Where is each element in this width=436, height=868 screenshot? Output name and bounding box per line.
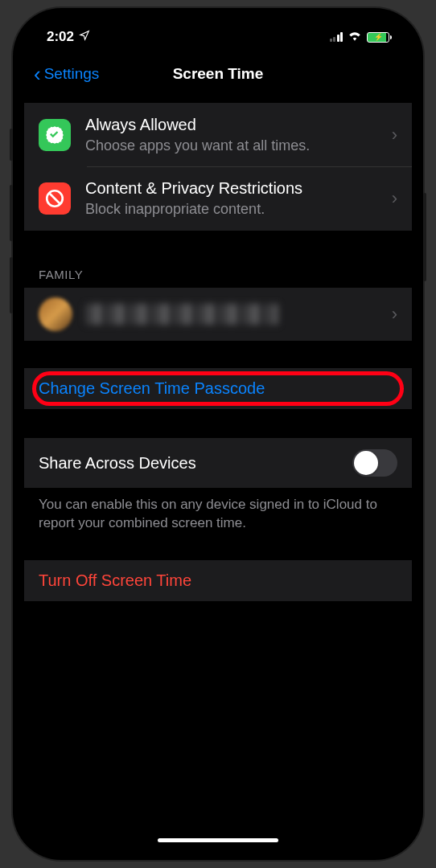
back-button[interactable]: ‹ Settings bbox=[34, 63, 99, 84]
change-passcode-button[interactable]: Change Screen Time Passcode bbox=[24, 368, 412, 409]
row-title: Content & Privacy Restrictions bbox=[85, 178, 384, 199]
chevron-left-icon: ‹ bbox=[34, 63, 41, 84]
phone-frame: 2:02 ⚡ ‹ Settings bbox=[13, 8, 423, 860]
share-toggle[interactable] bbox=[352, 449, 397, 477]
power-button bbox=[423, 193, 426, 281]
volume-up bbox=[10, 185, 13, 241]
nav-bar: ‹ Settings Screen Time bbox=[24, 55, 412, 93]
status-time: 2:02 bbox=[47, 29, 74, 45]
family-member-row[interactable]: › bbox=[24, 288, 412, 341]
turn-off-label: Turn Off Screen Time bbox=[39, 571, 191, 590]
row-always-allowed[interactable]: Always Allowed Choose apps you want at a… bbox=[24, 103, 412, 166]
back-label: Settings bbox=[44, 65, 100, 83]
turn-off-button[interactable]: Turn Off Screen Time bbox=[24, 560, 412, 601]
mute-switch bbox=[10, 129, 13, 161]
share-title: Share Across Devices bbox=[39, 452, 352, 473]
change-passcode-label: Change Screen Time Passcode bbox=[39, 379, 265, 398]
no-entry-icon bbox=[39, 182, 71, 215]
family-member-name-redacted bbox=[85, 304, 278, 325]
row-content-privacy[interactable]: Content & Privacy Restrictions Block ina… bbox=[24, 166, 412, 230]
screen: 2:02 ⚡ ‹ Settings bbox=[24, 19, 412, 849]
page-title: Screen Time bbox=[173, 65, 264, 83]
avatar bbox=[39, 297, 72, 331]
switch-knob bbox=[354, 451, 378, 475]
location-icon bbox=[79, 29, 90, 45]
svg-line-1 bbox=[50, 194, 60, 204]
notch bbox=[134, 19, 302, 42]
family-section-header: FAMILY bbox=[24, 260, 412, 288]
cell-signal-icon bbox=[330, 32, 343, 42]
volume-down bbox=[10, 257, 13, 313]
chevron-right-icon: › bbox=[392, 188, 397, 209]
row-title: Always Allowed bbox=[85, 114, 384, 135]
row-subtitle: Choose apps you want at all times. bbox=[85, 137, 384, 155]
row-share-across-devices[interactable]: Share Across Devices bbox=[24, 438, 412, 488]
home-indicator[interactable] bbox=[158, 838, 278, 842]
chevron-right-icon: › bbox=[392, 304, 397, 325]
wifi-icon bbox=[348, 29, 362, 45]
share-footer-text: You can enable this on any device signed… bbox=[24, 488, 412, 533]
battery-icon: ⚡ bbox=[367, 32, 389, 43]
row-subtitle: Block inappropriate content. bbox=[85, 200, 384, 219]
chevron-right-icon: › bbox=[392, 125, 397, 145]
checkmark-badge-icon bbox=[39, 119, 71, 151]
